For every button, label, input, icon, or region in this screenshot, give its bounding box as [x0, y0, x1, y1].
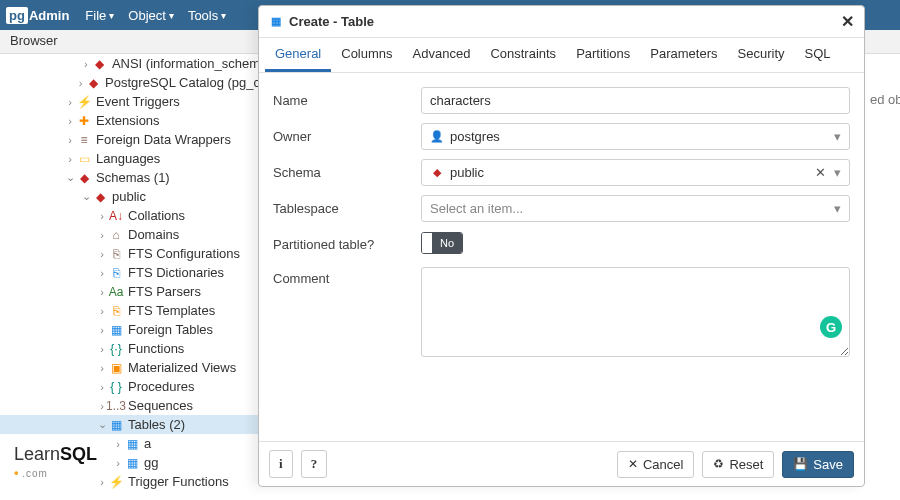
- close-icon[interactable]: ✕: [841, 12, 854, 31]
- tree-node-label: Extensions: [96, 113, 160, 128]
- info-button[interactable]: i: [269, 450, 293, 478]
- tree-item[interactable]: ›▦Foreign Tables: [0, 320, 260, 339]
- clear-icon[interactable]: ✕: [815, 165, 826, 180]
- tree-node-label: Procedures: [128, 379, 194, 394]
- tree-node-label: Schemas (1): [96, 170, 170, 185]
- menu-file[interactable]: File▾: [85, 8, 114, 23]
- tree-node-icon: ⚡: [76, 94, 92, 110]
- tree-node-icon: Aa: [108, 284, 124, 300]
- tree-item[interactable]: ›✚Extensions: [0, 111, 260, 130]
- tab-parameters[interactable]: Parameters: [640, 38, 727, 72]
- save-button[interactable]: 💾 Save: [782, 451, 854, 478]
- tree-item[interactable]: ›1..3Sequences: [0, 396, 260, 415]
- tree-item[interactable]: ›{ }Procedures: [0, 377, 260, 396]
- logo-prefix: pg: [6, 7, 28, 24]
- label-partitioned: Partitioned table?: [273, 237, 421, 252]
- expand-caret-icon[interactable]: ›: [64, 115, 76, 127]
- tree-node-icon: ▦: [108, 322, 124, 338]
- menu-object[interactable]: Object▾: [128, 8, 174, 23]
- tab-security[interactable]: Security: [728, 38, 795, 72]
- recycle-icon: ♻: [713, 457, 724, 471]
- expand-caret-icon[interactable]: ›: [96, 210, 108, 222]
- tab-general[interactable]: General: [265, 38, 331, 72]
- owner-select[interactable]: 👤 postgres ▾: [421, 123, 850, 150]
- expand-caret-icon[interactable]: ›: [96, 324, 108, 336]
- tree-item[interactable]: ›⌂Domains: [0, 225, 260, 244]
- partitioned-toggle[interactable]: No: [421, 232, 463, 254]
- tree-item[interactable]: ›⚡Event Triggers: [0, 92, 260, 111]
- logo-suffix: Admin: [29, 8, 69, 23]
- expand-caret-icon[interactable]: ›: [96, 267, 108, 279]
- tree-item[interactable]: ›⎘FTS Configurations: [0, 244, 260, 263]
- expand-caret-icon[interactable]: ⌄: [96, 418, 108, 431]
- tree-item[interactable]: ⌄▦Tables (2): [0, 415, 260, 434]
- tab-constraints[interactable]: Constraints: [480, 38, 566, 72]
- help-button[interactable]: ?: [301, 450, 328, 478]
- object-tree[interactable]: ›◆ANSI (information_schem›◆PostgreSQL Ca…: [0, 54, 260, 500]
- tree-node-icon: ◆: [76, 170, 92, 186]
- tree-node-label: Foreign Tables: [128, 322, 213, 337]
- tab-sql[interactable]: SQL: [795, 38, 841, 72]
- tree-node-label: Trigger Functions: [128, 474, 229, 489]
- cancel-button[interactable]: ✕ Cancel: [617, 451, 694, 478]
- chevron-down-icon: ▾: [834, 129, 841, 144]
- create-table-dialog: ▦ Create - Table ✕ GeneralColumnsAdvance…: [258, 5, 865, 487]
- tree-item[interactable]: ›{·}Functions: [0, 339, 260, 358]
- expand-caret-icon[interactable]: ›: [64, 153, 76, 165]
- tree-item[interactable]: ›⎘FTS Dictionaries: [0, 263, 260, 282]
- tree-item[interactable]: ›A↓Collations: [0, 206, 260, 225]
- expand-caret-icon[interactable]: ›: [96, 229, 108, 241]
- tree-node-icon: ▣: [108, 360, 124, 376]
- tree-node-label: Sequences: [128, 398, 193, 413]
- expand-caret-icon[interactable]: ›: [96, 286, 108, 298]
- expand-caret-icon[interactable]: ›: [96, 362, 108, 374]
- tree-item[interactable]: ›▣Materialized Views: [0, 358, 260, 377]
- tree-node-icon: ≡: [76, 132, 92, 148]
- tree-item[interactable]: ›AaFTS Parsers: [0, 282, 260, 301]
- expand-caret-icon[interactable]: ›: [112, 457, 124, 469]
- tree-item[interactable]: ›▭Languages: [0, 149, 260, 168]
- expand-caret-icon[interactable]: ›: [75, 77, 86, 89]
- comment-input[interactable]: [421, 267, 850, 357]
- expand-caret-icon[interactable]: ⌄: [80, 190, 92, 203]
- tree-node-icon: ⎘: [108, 303, 124, 319]
- expand-caret-icon[interactable]: ›: [80, 58, 92, 70]
- expand-caret-icon[interactable]: ›: [96, 476, 108, 488]
- tree-item[interactable]: ›⎘FTS Templates: [0, 301, 260, 320]
- expand-caret-icon[interactable]: ›: [96, 305, 108, 317]
- tree-node-icon: ◆: [86, 75, 101, 91]
- tree-node-label: FTS Templates: [128, 303, 215, 318]
- tree-node-icon: ⌂: [108, 227, 124, 243]
- expand-caret-icon[interactable]: ›: [96, 248, 108, 260]
- schema-select[interactable]: ◆ public ✕ ▾: [421, 159, 850, 186]
- tree-node-icon: ▦: [124, 455, 140, 471]
- tablespace-select[interactable]: Select an item... ▾: [421, 195, 850, 222]
- tree-item[interactable]: ›≡Foreign Data Wrappers: [0, 130, 260, 149]
- tree-node-label: Domains: [128, 227, 179, 242]
- tree-node-label: Materialized Views: [128, 360, 236, 375]
- expand-caret-icon[interactable]: ›: [64, 134, 76, 146]
- tree-node-icon: ⎘: [108, 265, 124, 281]
- expand-caret-icon[interactable]: ⌄: [64, 171, 76, 184]
- tree-item[interactable]: ›◆ANSI (information_schem: [0, 54, 260, 73]
- tab-partitions[interactable]: Partitions: [566, 38, 640, 72]
- table-icon: ▦: [269, 15, 283, 29]
- tree-item[interactable]: ⌄◆public: [0, 187, 260, 206]
- expand-caret-icon[interactable]: ›: [96, 343, 108, 355]
- schema-icon: ◆: [430, 165, 444, 179]
- tree-item[interactable]: ›◆PostgreSQL Catalog (pg_c: [0, 73, 260, 92]
- tree-node-icon: ◆: [92, 189, 108, 205]
- tree-node-icon: {·}: [108, 341, 124, 357]
- tab-advanced[interactable]: Advanced: [403, 38, 481, 72]
- menu-tools[interactable]: Tools▾: [188, 8, 226, 23]
- grammarly-icon[interactable]: G: [820, 316, 842, 338]
- expand-caret-icon[interactable]: ›: [112, 438, 124, 450]
- expand-caret-icon[interactable]: ›: [64, 96, 76, 108]
- tree-item[interactable]: ⌄◆Schemas (1): [0, 168, 260, 187]
- name-input[interactable]: [421, 87, 850, 114]
- label-name: Name: [273, 93, 421, 108]
- tree-node-icon: A↓: [108, 208, 124, 224]
- tab-columns[interactable]: Columns: [331, 38, 402, 72]
- reset-button[interactable]: ♻ Reset: [702, 451, 774, 478]
- expand-caret-icon[interactable]: ›: [96, 381, 108, 393]
